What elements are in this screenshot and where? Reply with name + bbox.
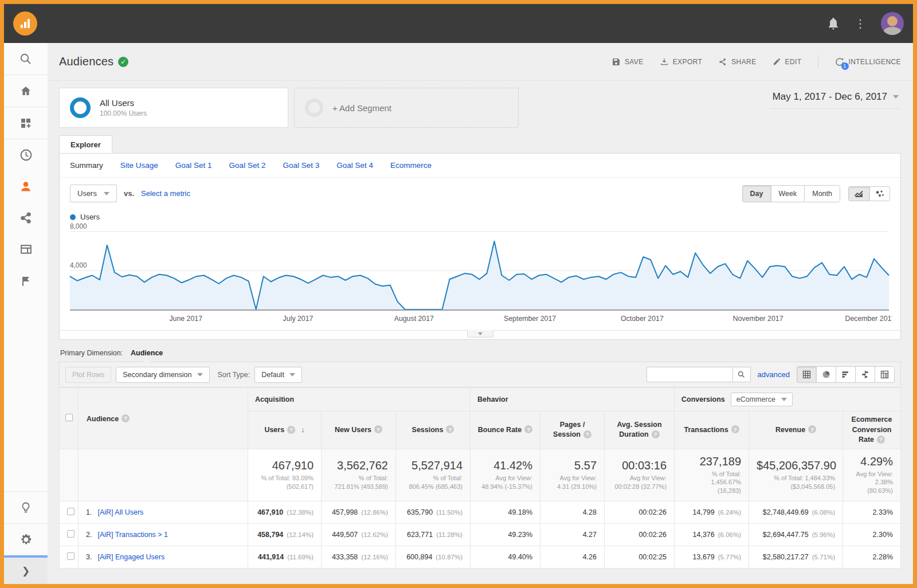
column-header-ecommerce-conversion-rate[interactable]: Ecommerce Conversion Rate? — [843, 411, 901, 449]
save-icon — [612, 57, 621, 66]
notifications-bell-icon[interactable] — [827, 17, 840, 30]
sort-type-dropdown[interactable]: Default — [254, 367, 302, 383]
analytics-logo-icon[interactable] — [13, 11, 37, 36]
select-all-checkbox[interactable] — [65, 414, 73, 421]
subtab-site-usage[interactable]: Site Usage — [120, 161, 158, 170]
chevron-down-icon — [478, 332, 483, 335]
cell-new-users: 457,998(12.86%) — [322, 501, 396, 524]
home-icon[interactable] — [4, 75, 48, 107]
realtime-clock-icon[interactable] — [4, 139, 48, 171]
insights-lightbulb-icon[interactable] — [4, 492, 48, 523]
granularity-day-button[interactable]: Day — [743, 186, 771, 202]
subtab-goal-set-2[interactable]: Goal Set 2 — [229, 161, 266, 170]
cell-revenue: $2,580,217.27(5.71%) — [749, 546, 843, 569]
conversions-goal-dropdown[interactable]: eCommerce — [731, 393, 793, 406]
conversions-flag-icon[interactable] — [4, 265, 48, 297]
column-header-revenue[interactable]: Revenue? — [749, 411, 843, 449]
secondary-dimension-dropdown[interactable]: Secondary dimension — [116, 367, 209, 383]
motion-chart-view-button[interactable] — [870, 187, 889, 201]
line-chart-view-button[interactable] — [849, 187, 870, 201]
toolbar-divider — [818, 55, 818, 69]
save-button[interactable]: SAVE — [612, 57, 644, 66]
help-icon[interactable]: ? — [122, 414, 130, 422]
share-button[interactable]: SHARE — [718, 57, 756, 66]
subtab-ecommerce[interactable]: Ecommerce — [390, 161, 432, 170]
share-icon — [718, 57, 727, 66]
audience-link[interactable]: [AiR] Engaged Users — [97, 553, 164, 561]
row-checkbox[interactable] — [67, 530, 75, 538]
table-row: 3.[AiR] Engaged Users441,914(11.69%)433,… — [60, 546, 901, 569]
date-range-picker[interactable]: May 1, 2017 - Dec 6, 2017 — [770, 88, 901, 109]
legend-dot-icon — [70, 214, 76, 220]
row-checkbox[interactable] — [67, 552, 75, 560]
search-icon[interactable] — [4, 43, 48, 75]
table-view-icon — [802, 370, 811, 379]
table-search-button[interactable] — [732, 367, 751, 382]
column-header-sessions[interactable]: Sessions? — [396, 411, 471, 449]
primary-dimension-audience[interactable]: Audience — [131, 349, 163, 357]
granularity-week-button[interactable]: Week — [771, 186, 805, 202]
table-search-input[interactable] — [646, 367, 732, 382]
customization-icon[interactable] — [4, 107, 48, 139]
column-header-audience[interactable]: Audience? — [79, 388, 248, 449]
plot-rows-button[interactable]: Plot Rows — [65, 367, 111, 383]
help-icon[interactable]: ? — [374, 425, 382, 433]
add-segment-button[interactable]: + Add Segment — [294, 88, 519, 128]
help-icon[interactable]: ? — [731, 425, 739, 433]
audience-person-icon[interactable] — [4, 171, 48, 202]
segment-all-users[interactable]: All Users 100.00% Users — [59, 88, 288, 128]
export-button[interactable]: EXPORT — [660, 57, 703, 66]
comparison-view-button[interactable] — [856, 367, 875, 382]
cell-ecommerce-conversion-rate: 2.28% — [843, 546, 901, 569]
granularity-month-button[interactable]: Month — [805, 186, 840, 202]
performance-view-button[interactable] — [836, 367, 856, 382]
users-timeseries-chart[interactable]: 8,0004,000June 2017July 2017August 2017S… — [60, 222, 900, 328]
column-header-new-users[interactable]: New Users? — [322, 411, 396, 449]
column-header-avg-session-duration[interactable]: Avg. Session Duration? — [605, 411, 675, 449]
audience-link[interactable]: [AiR] All Users — [97, 508, 143, 516]
behavior-icon[interactable] — [4, 234, 48, 265]
column-header-bounce-rate[interactable]: Bounce Rate? — [471, 411, 540, 449]
audience-link[interactable]: [AiR] Transactions > 1 — [97, 531, 168, 539]
subtab-summary[interactable]: Summary — [70, 161, 103, 170]
help-icon[interactable]: ? — [877, 436, 885, 444]
chart-collapse-button[interactable] — [467, 330, 493, 338]
row-checkbox[interactable] — [67, 508, 75, 515]
select-a-metric-link[interactable]: Select a metric — [141, 189, 190, 198]
tab-explorer[interactable]: Explorer — [59, 135, 112, 154]
subtab-goal-set-4[interactable]: Goal Set 4 — [336, 161, 373, 170]
acquisition-icon[interactable] — [4, 202, 48, 234]
percentage-view-button[interactable] — [817, 367, 836, 382]
date-range-value: May 1, 2017 - Dec 6, 2017 — [773, 91, 887, 103]
help-icon[interactable]: ? — [524, 425, 532, 433]
more-options-icon[interactable]: ⋮ — [855, 18, 866, 29]
sidebar-collapse-chevron-icon[interactable]: ❯ — [4, 558, 48, 584]
chevron-down-icon — [289, 373, 295, 377]
granularity-toggle: Day Week Month — [742, 185, 840, 202]
advanced-search-link[interactable]: advanced — [758, 370, 790, 379]
chevron-down-icon — [104, 192, 109, 195]
help-icon[interactable]: ? — [287, 426, 295, 434]
admin-gear-icon[interactable] — [4, 524, 48, 555]
metric-select-dropdown[interactable]: Users — [70, 185, 117, 202]
intelligence-button[interactable]: 1 INTELLIGENCE — [834, 57, 902, 67]
column-header-users[interactable]: Users?↓ — [248, 411, 322, 449]
pivot-view-button[interactable] — [875, 367, 894, 382]
help-icon[interactable]: ? — [652, 430, 660, 438]
subtab-goal-set-1[interactable]: Goal Set 1 — [175, 161, 212, 170]
help-icon[interactable]: ? — [583, 430, 591, 438]
column-header-transactions[interactable]: Transactions? — [675, 411, 749, 449]
help-icon[interactable]: ? — [446, 425, 454, 433]
edit-button[interactable]: EDIT — [773, 57, 802, 66]
verified-badge-icon: ✓ — [118, 57, 128, 67]
svg-text:8,000: 8,000 — [70, 224, 87, 230]
column-header-pages-session[interactable]: Pages / Session? — [540, 411, 605, 449]
user-avatar[interactable] — [881, 12, 904, 35]
row-rank: 2. — [86, 531, 92, 539]
help-icon[interactable]: ? — [808, 425, 816, 433]
segment-subtitle: 100.00% Users — [100, 109, 147, 117]
cell-ecommerce-conversion-rate: 2.33% — [843, 501, 901, 524]
subtab-goal-set-3[interactable]: Goal Set 3 — [283, 161, 319, 170]
table-view-button[interactable] — [797, 367, 817, 382]
group-header-acquisition: Acquisition — [248, 388, 471, 411]
